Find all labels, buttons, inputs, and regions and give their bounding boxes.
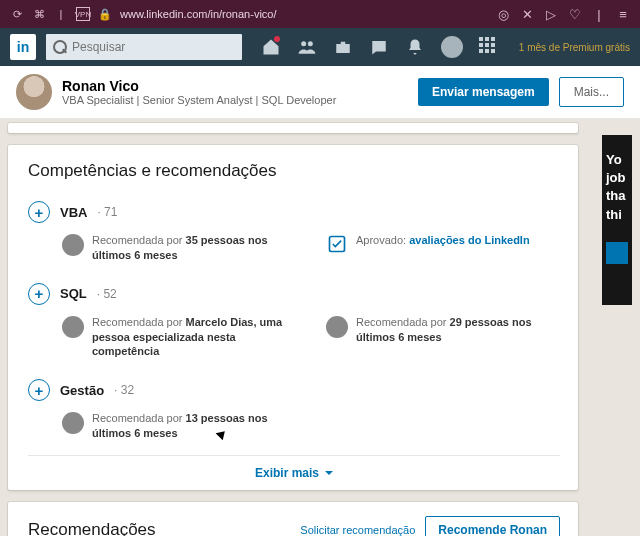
skill-rec-right: Recomendada por 29 pessoas nos últimos 6… — [326, 315, 560, 360]
more-button[interactable]: Mais... — [559, 77, 624, 107]
message-button[interactable]: Enviar mensagem — [418, 78, 549, 106]
recommender-avatar — [62, 412, 84, 434]
recommender-avatar — [326, 316, 348, 338]
reload-icon[interactable]: ⟳ — [10, 7, 24, 21]
profile-bar: Ronan Vico VBA Specialist | Senior Syste… — [0, 66, 640, 119]
shield-icon[interactable]: ◎ — [496, 7, 510, 21]
apps-icon[interactable] — [479, 37, 499, 57]
sidebar-ad[interactable]: Yo job tha thi — [602, 135, 632, 305]
vpn-icon[interactable]: VPN — [76, 7, 90, 21]
check-icon — [326, 233, 348, 255]
skill-count: · 71 — [97, 205, 117, 219]
extensions-icon[interactable]: ⌘ — [32, 7, 46, 21]
skill-rec-left: Recomendada por 13 pessoas nos últimos 6… — [62, 411, 560, 441]
divider2-icon: | — [592, 7, 606, 21]
skill-name[interactable]: VBA — [60, 205, 87, 220]
endorse-button[interactable]: + — [28, 283, 50, 305]
skill-count: · 52 — [97, 287, 117, 301]
linkedin-nav: in 1 mês de Premium grátis — [0, 28, 640, 66]
linkedin-logo[interactable]: in — [10, 34, 36, 60]
profile-headline: VBA Specialist | Senior System Analyst |… — [62, 94, 408, 106]
recommendations-card: Recomendações Solicitar recomendação Rec… — [8, 502, 578, 536]
me-avatar[interactable] — [441, 36, 463, 58]
play-icon[interactable]: ▷ — [544, 7, 558, 21]
skills-card: Competências e recomendações + VBA · 71 … — [8, 145, 578, 490]
content-area: Competências e recomendações + VBA · 71 … — [0, 119, 640, 536]
skill-name[interactable]: Gestão — [60, 383, 104, 398]
profile-name: Ronan Vico — [62, 78, 408, 94]
home-icon[interactable] — [261, 37, 281, 57]
recommender-avatar — [62, 234, 84, 256]
ad-cta[interactable] — [606, 242, 628, 264]
show-more-button[interactable]: Exibir mais — [28, 455, 560, 490]
skill-name[interactable]: SQL — [60, 286, 87, 301]
svg-point-1 — [308, 41, 313, 46]
cross-icon[interactable]: ✕ — [520, 7, 534, 21]
premium-link[interactable]: 1 mês de Premium grátis — [519, 42, 630, 53]
lock-icon: 🔒 — [98, 7, 112, 21]
svg-point-0 — [301, 41, 306, 46]
skill-rec-right: Aprovado: avaliações do LinkedIn — [326, 233, 560, 263]
endorse-button[interactable]: + — [28, 379, 50, 401]
browser-chrome: ⟳ ⌘ | VPN 🔒 www.linkedin.com/in/ronan-vi… — [0, 0, 640, 28]
skill-rec-left: Recomendada por Marcelo Dias, uma pessoa… — [62, 315, 296, 360]
url-text[interactable]: www.linkedin.com/in/ronan-vico/ — [120, 8, 277, 20]
skill-item: + SQL · 52 Recomendada por Marcelo Dias,… — [28, 277, 560, 374]
search-input[interactable] — [46, 34, 242, 60]
skill-count: · 32 — [114, 383, 134, 397]
skill-item: + Gestão · 32 Recomendada por 13 pessoas… — [28, 373, 560, 455]
recommendations-title: Recomendações — [28, 520, 290, 536]
aside: Yo job tha thi — [592, 123, 628, 536]
search-wrap — [46, 34, 242, 60]
messaging-icon[interactable] — [369, 37, 389, 57]
jobs-icon[interactable] — [333, 37, 353, 57]
heart-icon[interactable]: ♡ — [568, 7, 582, 21]
skills-title: Competências e recomendações — [28, 161, 560, 181]
endorse-button[interactable]: + — [28, 201, 50, 223]
menu-icon[interactable]: ≡ — [616, 7, 630, 21]
skill-rec-left: Recomendada por 35 pessoas nos últimos 6… — [62, 233, 296, 263]
ask-recommendation-link[interactable]: Solicitar recomendação — [300, 524, 415, 536]
divider-icon: | — [54, 7, 68, 21]
recommender-avatar — [62, 316, 84, 338]
prev-card-stub — [8, 123, 578, 133]
notifications-icon[interactable] — [405, 37, 425, 57]
give-recommendation-button[interactable]: Recomende Ronan — [425, 516, 560, 536]
profile-avatar[interactable] — [16, 74, 52, 110]
network-icon[interactable] — [297, 37, 317, 57]
skill-item: + VBA · 71 Recomendada por 35 pessoas no… — [28, 195, 560, 277]
